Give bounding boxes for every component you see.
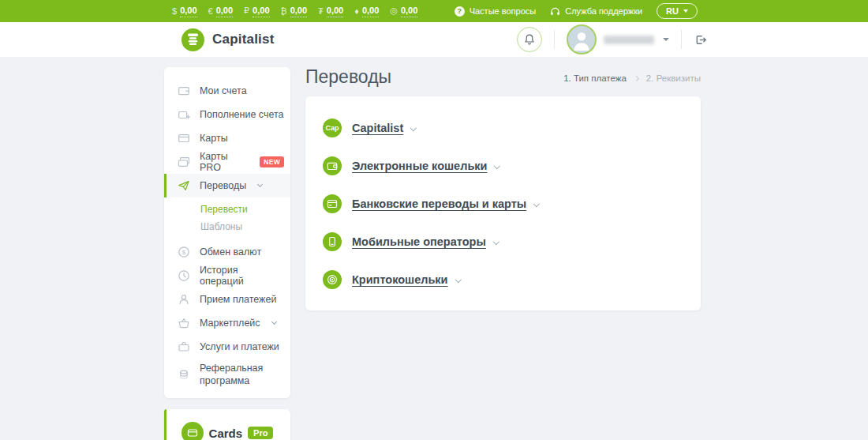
transfer-option-capitalist[interactable]: Cap Capitalist bbox=[323, 118, 683, 137]
payments-icon bbox=[178, 293, 190, 306]
content-header: Переводы 1. Тип платежа 2. Реквизиты bbox=[305, 67, 701, 87]
chevron-down-icon bbox=[271, 319, 277, 325]
sidebar-item-referral[interactable]: Реферальная программа bbox=[164, 359, 290, 390]
exchange-icon: $ bbox=[178, 246, 190, 258]
chevron-down-icon bbox=[493, 238, 499, 244]
avatar bbox=[567, 24, 597, 55]
chevron-down-icon bbox=[533, 200, 540, 206]
transfer-option-label: Мобильные операторы bbox=[352, 235, 486, 248]
balance-eth[interactable]: ♦0,00 bbox=[354, 5, 379, 17]
app-header: Capitalist bbox=[0, 22, 868, 57]
sidebar-item-exchange[interactable]: $ Обмен валют bbox=[164, 240, 290, 264]
sidebar-menu: Мои счета Пополнение счета Карты Карты P… bbox=[164, 67, 290, 398]
sidebar: Мои счета Пополнение счета Карты Карты P… bbox=[164, 67, 290, 440]
topbar-links: ? Частые вопросы Служба поддержки RU bbox=[455, 3, 698, 19]
transfer-option-label: Банковские переводы и карты bbox=[352, 197, 526, 210]
sidebar-item-label: Услуги и платежи bbox=[200, 341, 279, 352]
logout-button[interactable] bbox=[694, 33, 707, 47]
card-icon bbox=[178, 132, 190, 145]
breadcrumb-steps: 1. Тип платежа 2. Реквизиты bbox=[563, 73, 701, 87]
sidebar-item-label: История операций bbox=[200, 265, 284, 287]
coin-symbol: ◎ bbox=[390, 6, 398, 16]
chevron-down-icon bbox=[494, 162, 500, 168]
balance-value: 0,00 bbox=[253, 5, 269, 17]
transfer-option-bank[interactable]: Банковские переводы и карты bbox=[323, 194, 683, 213]
header-controls bbox=[517, 24, 707, 55]
cards-pro-banner[interactable]: Cards Pro bbox=[164, 409, 290, 440]
sidebar-item-label: Переводы bbox=[200, 180, 246, 191]
user-menu[interactable] bbox=[567, 24, 669, 55]
main-area: Мои счета Пополнение счета Карты Карты P… bbox=[0, 57, 868, 440]
transfer-options-card: Cap Capitalist Электронные кошельки Банк… bbox=[305, 96, 701, 310]
headset-icon bbox=[550, 6, 560, 17]
bell-icon bbox=[523, 33, 536, 46]
sidebar-item-services[interactable]: Услуги и платежи bbox=[164, 335, 290, 359]
support-link[interactable]: Служба поддержки bbox=[550, 6, 642, 17]
pro-badge: Pro bbox=[248, 427, 273, 439]
sidebar-item-history[interactable]: История операций bbox=[164, 264, 290, 288]
balance-list: $0,00 €0,00 ₽0,00 ₿0,00 ₮0,00 ♦0,00 ◎0,0… bbox=[172, 5, 417, 17]
sidebar-item-cards[interactable]: Карты bbox=[164, 126, 290, 150]
chevron-down-icon bbox=[410, 124, 417, 130]
history-icon bbox=[178, 269, 190, 282]
language-selector[interactable]: RU bbox=[657, 3, 698, 19]
balance-value: 0,00 bbox=[362, 5, 379, 17]
submenu-item-templates[interactable]: Шаблоны bbox=[164, 218, 290, 235]
balance-value: 0,00 bbox=[180, 5, 196, 17]
sidebar-item-label: Пополнение счета bbox=[200, 109, 284, 120]
balance-usd[interactable]: $0,00 bbox=[172, 5, 197, 17]
balance-value: 0,00 bbox=[401, 5, 417, 17]
faq-label: Частые вопросы bbox=[470, 6, 537, 16]
transfer-option-crypto[interactable]: Криптокошельки bbox=[323, 270, 683, 289]
sidebar-item-label: Обмен валют bbox=[200, 246, 261, 258]
support-label: Служба поддержки bbox=[565, 6, 642, 16]
sidebar-item-label: Карты PRO bbox=[200, 151, 249, 173]
step-requisites: 2. Реквизиты bbox=[646, 73, 701, 83]
capitalist-logo-icon bbox=[181, 28, 204, 51]
new-badge: NEW bbox=[260, 156, 284, 167]
sidebar-item-transfers[interactable]: Переводы bbox=[164, 174, 290, 197]
crypto-wallet-icon bbox=[323, 270, 342, 289]
capitalist-cap-badge: Cap bbox=[323, 118, 342, 137]
balance-rub[interactable]: ₽0,00 bbox=[244, 5, 269, 17]
topbar: $0,00 €0,00 ₽0,00 ₿0,00 ₮0,00 ♦0,00 ◎0,0… bbox=[0, 0, 868, 22]
balance-usdt[interactable]: ₮0,00 bbox=[318, 5, 343, 17]
step-payment-type: 1. Тип платежа bbox=[563, 73, 627, 83]
bank-card-icon bbox=[323, 194, 342, 213]
referral-icon bbox=[178, 368, 190, 381]
sidebar-item-topup[interactable]: Пополнение счета bbox=[164, 103, 290, 126]
services-icon bbox=[178, 340, 190, 353]
balance-value: 0,00 bbox=[216, 5, 233, 17]
brand-logo[interactable]: Capitalist bbox=[181, 28, 275, 51]
usdt-symbol: ₮ bbox=[318, 6, 324, 16]
transfer-option-ewallets[interactable]: Электронные кошельки bbox=[323, 156, 683, 175]
transfers-icon bbox=[178, 179, 190, 192]
sidebar-item-label: Карты bbox=[200, 133, 228, 144]
sidebar-item-accounts[interactable]: Мои счета bbox=[164, 79, 290, 103]
ewallet-icon bbox=[323, 156, 342, 175]
balance-coin[interactable]: ◎0,00 bbox=[390, 5, 417, 17]
chevron-down-icon bbox=[257, 182, 263, 187]
transfers-submenu: Перевести Шаблоны bbox=[164, 197, 290, 240]
sidebar-item-label: Маркетплейс bbox=[200, 318, 260, 329]
notifications-button[interactable] bbox=[517, 27, 542, 52]
transfer-option-mobile[interactable]: Мобильные операторы bbox=[323, 232, 683, 251]
sidebar-item-receive-payments[interactable]: Прием платежей bbox=[164, 288, 290, 311]
submenu-item-transfer[interactable]: Перевести bbox=[164, 201, 290, 218]
rub-symbol: ₽ bbox=[244, 6, 249, 16]
usd-symbol: $ bbox=[172, 6, 177, 16]
accounts-icon bbox=[178, 85, 190, 97]
divider bbox=[681, 30, 682, 49]
balance-eur[interactable]: €0,00 bbox=[208, 5, 234, 17]
balance-btc[interactable]: ₿0,00 bbox=[281, 5, 308, 17]
username-redacted bbox=[604, 36, 654, 44]
eth-symbol: ♦ bbox=[354, 6, 359, 16]
question-icon: ? bbox=[455, 6, 465, 17]
sidebar-item-cards-pro[interactable]: Карты PRO NEW bbox=[164, 150, 290, 174]
chevron-right-icon bbox=[634, 76, 639, 81]
chevron-down-icon bbox=[683, 9, 688, 13]
eur-symbol: € bbox=[208, 6, 213, 16]
sidebar-item-marketplace[interactable]: Маркетплейс bbox=[164, 311, 290, 335]
logout-icon bbox=[694, 33, 707, 47]
faq-link[interactable]: ? Частые вопросы bbox=[455, 6, 537, 17]
